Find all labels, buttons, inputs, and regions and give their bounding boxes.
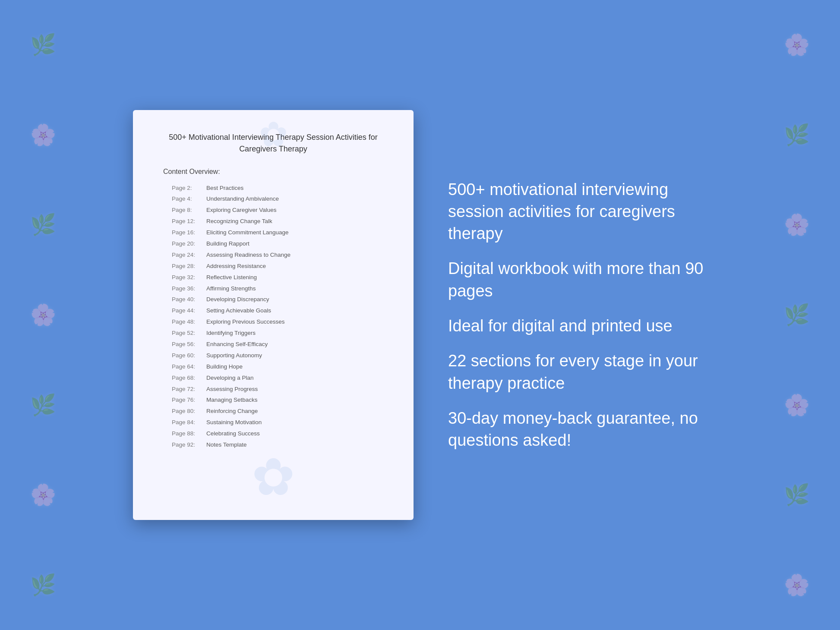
- table-of-contents-item: Page 64:Building Hope: [172, 361, 388, 372]
- page-number: Page 76:: [172, 396, 206, 404]
- topic-label: Assessing Readiness to Change: [206, 252, 291, 258]
- topic-label: Best Practices: [206, 185, 243, 191]
- topic-label: Enhancing Self-Efficacy: [206, 341, 268, 347]
- table-of-contents-item: Page 84:Sustaining Motivation: [172, 417, 388, 428]
- topic-label: Managing Setbacks: [206, 397, 258, 403]
- feature-item: Digital workbook with more than 90 pages: [448, 258, 707, 302]
- right-panel: 500+ motivational interviewing session a…: [448, 179, 707, 452]
- table-of-contents-item: Page 20:Building Rapport: [172, 238, 388, 249]
- topic-label: Building Hope: [206, 363, 243, 370]
- content-overview-heading: Content Overview:: [159, 168, 388, 176]
- flower-icon: 🌸: [30, 305, 56, 325]
- page-number: Page 44:: [172, 307, 206, 315]
- page-number: Page 28:: [172, 262, 206, 271]
- feature-item: 22 sections for every stage in your ther…: [448, 350, 707, 394]
- flower-icon: 🌸: [784, 35, 810, 55]
- page-number: Page 84:: [172, 419, 206, 427]
- page-number: Page 68:: [172, 374, 206, 382]
- flower-icon: 🌿: [30, 35, 56, 55]
- page-number: Page 48:: [172, 318, 206, 326]
- topic-label: Recognizing Change Talk: [206, 218, 272, 224]
- page-number: Page 32:: [172, 274, 206, 282]
- flower-icon: 🌸: [784, 395, 810, 416]
- table-of-contents: Page 2:Best PracticesPage 4:Understandin…: [159, 183, 388, 450]
- main-content: ✿ 500+ Motivational Interviewing Therapy…: [53, 110, 787, 520]
- page-number: Page 8:: [172, 206, 206, 214]
- topic-label: Reinforcing Change: [206, 408, 258, 414]
- table-of-contents-item: Page 60:Supporting Autonomy: [172, 350, 388, 361]
- table-of-contents-item: Page 80:Reinforcing Change: [172, 406, 388, 417]
- page-number: Page 24:: [172, 251, 206, 259]
- flower-icon: 🌿: [784, 305, 810, 325]
- feature-item: 500+ motivational interviewing session a…: [448, 179, 707, 245]
- feature-item: 30-day money-back guarantee, no question…: [448, 407, 707, 452]
- flower-icon: 🌿: [30, 214, 56, 235]
- page-number: Page 4:: [172, 195, 206, 203]
- page-number: Page 52:: [172, 329, 206, 337]
- page-number: Page 56:: [172, 340, 206, 349]
- topic-label: Identifying Triggers: [206, 330, 256, 336]
- table-of-contents-item: Page 8:Exploring Caregiver Values: [172, 205, 388, 216]
- table-of-contents-item: Page 76:Managing Setbacks: [172, 395, 388, 406]
- table-of-contents-item: Page 28:Addressing Resistance: [172, 261, 388, 272]
- page-number: Page 16:: [172, 229, 206, 237]
- page-number: Page 20:: [172, 240, 206, 248]
- topic-label: Supporting Autonomy: [206, 352, 262, 359]
- page-number: Page 60:: [172, 352, 206, 360]
- page-number: Page 40:: [172, 296, 206, 304]
- topic-label: Exploring Caregiver Values: [206, 207, 277, 213]
- table-of-contents-item: Page 32:Reflective Listening: [172, 272, 388, 283]
- page-number: Page 2:: [172, 184, 206, 192]
- flower-icon: 🌿: [784, 485, 810, 505]
- topic-label: Understanding Ambivalence: [206, 195, 279, 202]
- book-title: 500+ Motivational Interviewing Therapy S…: [159, 132, 388, 155]
- page-number: Page 36:: [172, 285, 206, 293]
- topic-label: Setting Achievable Goals: [206, 307, 271, 314]
- flower-icon: 🌸: [30, 125, 56, 145]
- flower-icon: 🌿: [30, 575, 56, 595]
- page-number: Page 80:: [172, 407, 206, 416]
- table-of-contents-item: Page 36:Affirming Strengths: [172, 283, 388, 294]
- table-of-contents-item: Page 24:Assessing Readiness to Change: [172, 249, 388, 261]
- topic-label: Sustaining Motivation: [206, 419, 262, 425]
- page-number: Page 72:: [172, 385, 206, 394]
- topic-label: Exploring Previous Successes: [206, 318, 285, 325]
- table-of-contents-item: Page 56:Enhancing Self-Efficacy: [172, 339, 388, 350]
- table-of-contents-item: Page 2:Best Practices: [172, 183, 388, 194]
- flower-icon: 🌸: [784, 575, 810, 595]
- table-of-contents-item: Page 88:Celebrating Success: [172, 428, 388, 440]
- book-preview: ✿ 500+ Motivational Interviewing Therapy…: [133, 110, 414, 520]
- table-of-contents-item: Page 68:Developing a Plan: [172, 372, 388, 384]
- table-of-contents-item: Page 4:Understanding Ambivalence: [172, 194, 388, 205]
- table-of-contents-item: Page 48:Exploring Previous Successes: [172, 317, 388, 328]
- topic-label: Building Rapport: [206, 240, 249, 247]
- topic-label: Eliciting Commitment Language: [206, 229, 289, 236]
- topic-label: Notes Template: [206, 441, 247, 448]
- topic-label: Developing a Plan: [206, 375, 254, 381]
- table-of-contents-item: Page 16:Eliciting Commitment Language: [172, 227, 388, 239]
- topic-label: Celebrating Success: [206, 430, 260, 437]
- table-of-contents-item: Page 52:Identifying Triggers: [172, 328, 388, 339]
- table-of-contents-item: Page 92:Notes Template: [172, 439, 388, 450]
- topic-label: Developing Discrepancy: [206, 296, 269, 302]
- topic-label: Assessing Progress: [206, 386, 258, 392]
- page-number: Page 12:: [172, 217, 206, 226]
- watermark-bottom: ✿: [252, 447, 295, 507]
- feature-item: Ideal for digital and printed use: [448, 315, 707, 337]
- page-number: Page 88:: [172, 430, 206, 438]
- page-number: Page 92:: [172, 441, 206, 449]
- topic-label: Addressing Resistance: [206, 263, 266, 269]
- table-of-contents-item: Page 40:Developing Discrepancy: [172, 294, 388, 306]
- table-of-contents-item: Page 12:Recognizing Change Talk: [172, 216, 388, 227]
- table-of-contents-item: Page 72:Assessing Progress: [172, 384, 388, 395]
- page-number: Page 64:: [172, 363, 206, 371]
- table-of-contents-item: Page 44:Setting Achievable Goals: [172, 306, 388, 317]
- flower-icon: 🌿: [30, 395, 56, 416]
- topic-label: Affirming Strengths: [206, 285, 256, 292]
- flower-icon: 🌸: [30, 485, 56, 505]
- topic-label: Reflective Listening: [206, 274, 257, 280]
- flower-icon: 🌿: [784, 125, 810, 145]
- flower-icon: 🌸: [784, 214, 810, 235]
